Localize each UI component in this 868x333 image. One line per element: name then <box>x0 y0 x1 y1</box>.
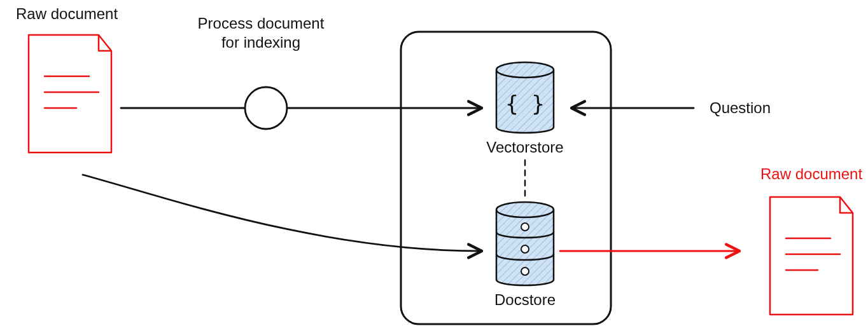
svg-point-8 <box>521 245 529 253</box>
svg-point-9 <box>521 268 529 275</box>
docstore-label: Docstore <box>494 291 556 308</box>
svg-point-5 <box>496 62 554 78</box>
svg-point-6 <box>496 202 554 217</box>
question-label: Question <box>710 99 771 116</box>
raw-document-left-label: Raw document <box>16 5 118 22</box>
diagram-canvas: Raw document Process document for indexi… <box>0 0 868 333</box>
raw-to-docstore-arrow <box>83 175 480 251</box>
process-document-label-line1: Process document <box>198 15 325 32</box>
svg-point-7 <box>521 223 529 231</box>
docstore-icon <box>496 202 554 285</box>
vectorstore-icon: { } <box>496 62 554 133</box>
vectorstore-label: Vectorstore <box>486 139 563 156</box>
document-icon-left <box>29 35 111 153</box>
raw-document-right-label: Raw document <box>760 165 862 182</box>
process-node-icon <box>245 87 287 129</box>
document-icon-right <box>770 197 853 315</box>
process-document-label-line2: for indexing <box>221 34 300 51</box>
vectorstore-glyph: { } <box>505 91 544 116</box>
